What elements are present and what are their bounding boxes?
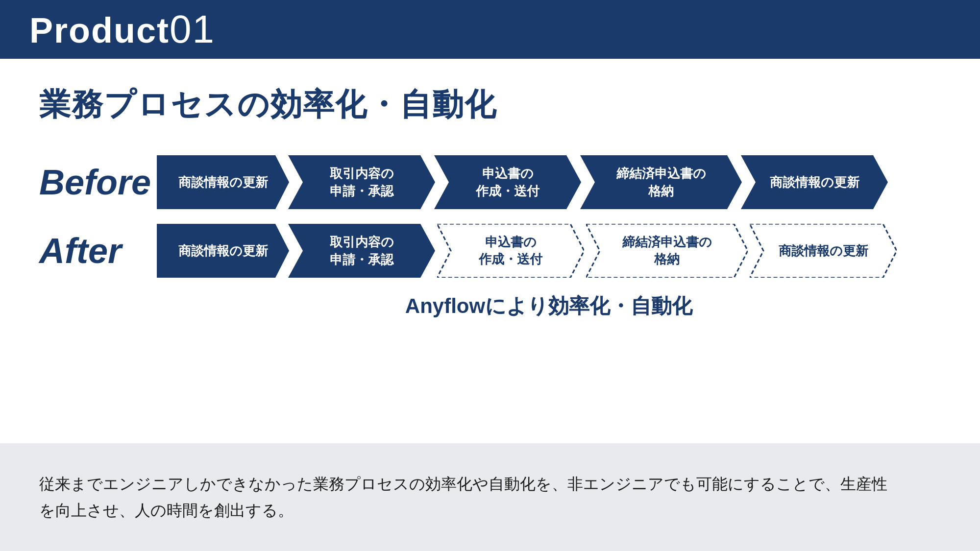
before-step-4: 締結済申込書の 格納 xyxy=(580,155,742,209)
after-label: After xyxy=(39,231,157,271)
title-thin: 01 xyxy=(170,7,215,51)
bottom-description: 従来までエンジニアしかできなかった業務プロセスの効率化や自動化を、非エンジニアで… xyxy=(39,471,887,524)
page-subtitle: 業務プロセスの効率化・自動化 xyxy=(39,83,941,126)
title-bold: Product xyxy=(29,11,170,50)
after-row: After 商談情報の更新 取引内容の 申請・承認 申込書の 作成・送付 xyxy=(39,224,941,278)
before-step-5: 商談情報の更新 xyxy=(741,155,888,209)
after-step-2: 取引内容の 申請・承認 xyxy=(288,224,435,278)
after-steps: 商談情報の更新 取引内容の 申請・承認 申込書の 作成・送付 締結済申込書の 格… xyxy=(157,224,897,278)
after-step-1: 商談情報の更新 xyxy=(157,224,289,278)
before-step-1: 商談情報の更新 xyxy=(157,155,289,209)
before-steps: 商談情報の更新 取引内容の 申請・承認 申込書の 作成・送付 締結済申込書の 格… xyxy=(157,155,888,209)
after-step-3: 申込書の 作成・送付 xyxy=(437,224,584,278)
header: Product01 xyxy=(0,0,980,59)
main-content: 業務プロセスの効率化・自動化 Before 商談情報の更新 取引内容の 申請・承… xyxy=(0,59,980,344)
after-step-5: 商談情報の更新 xyxy=(750,224,897,278)
bottom-section: 従来までエンジニアしかできなかった業務プロセスの効率化や自動化を、非エンジニアで… xyxy=(0,443,980,551)
anyflow-label: Anyflowにより効率化・自動化 xyxy=(157,292,941,320)
header-title: Product01 xyxy=(29,7,215,52)
before-row: Before 商談情報の更新 取引内容の 申請・承認 申込書の 作成・送付 締結… xyxy=(39,155,941,209)
before-step-3: 申込書の 作成・送付 xyxy=(434,155,581,209)
before-label: Before xyxy=(39,162,157,202)
after-step-4: 締結済申込書の 格納 xyxy=(586,224,748,278)
before-step-2: 取引内容の 申請・承認 xyxy=(288,155,435,209)
